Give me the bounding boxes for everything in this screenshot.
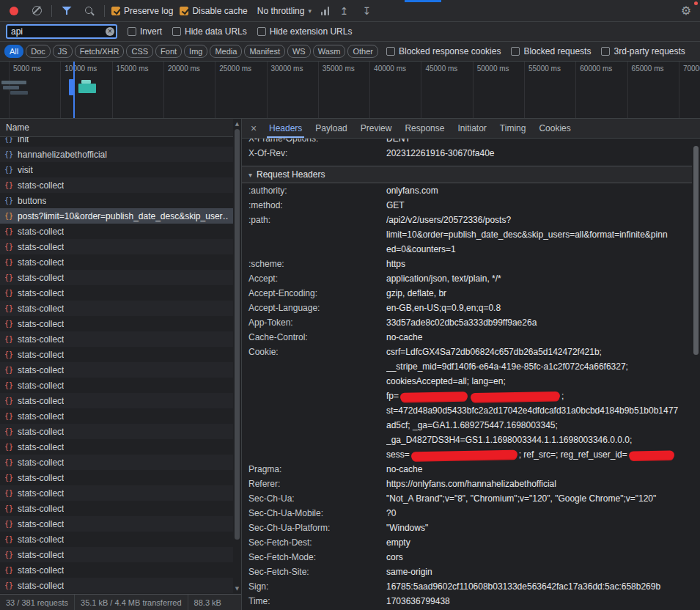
checkbox-label: Disable cache	[192, 6, 247, 16]
request-row[interactable]: {}stats-collect	[0, 547, 233, 562]
request-row[interactable]: {}buttons	[0, 193, 233, 208]
request-row[interactable]: {}hannahelizabethofficial	[0, 147, 233, 162]
script-icon: {}	[4, 258, 13, 266]
tab-cookies[interactable]: Cookies	[532, 119, 577, 138]
request-row[interactable]: {}posts?limit=10&order=publish_date_desc…	[0, 208, 233, 224]
network-conditions-button[interactable]	[321, 7, 330, 15]
request-name: stats-collect	[18, 457, 64, 468]
request-row[interactable]: {}stats-collect	[0, 501, 233, 516]
filter-button[interactable]	[59, 3, 75, 19]
details-scrollbar[interactable]	[692, 139, 700, 610]
request-row[interactable]: {}init	[0, 137, 233, 147]
request-row[interactable]: {}stats-collect	[0, 301, 233, 316]
timeline-overview[interactable]: 5000 ms10000 ms15000 ms20000 ms25000 ms3…	[0, 62, 700, 119]
filter-input[interactable]	[6, 24, 117, 39]
disable-cache-checkbox[interactable]: Disable cache	[180, 6, 247, 16]
request-row[interactable]: {}stats-collect	[0, 254, 233, 270]
timeline-tick-label: 25000 ms	[219, 65, 251, 73]
type-filter-manifest[interactable]: Manifest	[244, 45, 285, 58]
type-filter-img[interactable]: Img	[184, 45, 207, 58]
header-row: Accept:application/json, text/plain, */*	[242, 271, 692, 286]
request-row[interactable]: {}stats-collect	[0, 393, 233, 408]
request-row[interactable]: {}visit	[0, 162, 233, 177]
request-list-scrollbar[interactable]: ▲ ▼	[233, 119, 241, 594]
preserve-log-checkbox[interactable]: Preserve log	[111, 6, 173, 16]
network-filter-bar: × Invert Hide data URLs Hide extension U…	[0, 22, 700, 42]
request-row[interactable]: {}stats-collect	[0, 270, 233, 285]
type-filter-fetch-xhr[interactable]: Fetch/XHR	[75, 45, 125, 58]
request-row[interactable]: {}stats-collect	[0, 347, 233, 362]
request-row[interactable]: {}stats-collect	[0, 316, 233, 331]
request-row[interactable]: {}stats-collect	[0, 331, 233, 347]
script-icon: {}	[4, 566, 13, 574]
close-details-button[interactable]: ×	[245, 119, 262, 138]
import-har-button[interactable]: ↥	[336, 3, 352, 19]
request-row[interactable]: {}stats-collect	[0, 516, 233, 532]
checkbox-blocked-response-cookies[interactable]: Blocked response cookies	[386, 46, 501, 56]
scrollbar-thumb[interactable]	[693, 146, 699, 355]
request-row[interactable]: {}stats-collect	[0, 455, 233, 470]
type-filter-css[interactable]: CSS	[126, 45, 153, 58]
request-row[interactable]: {}stats-collect	[0, 239, 233, 254]
scrollbar-thumb[interactable]	[235, 129, 240, 540]
header-row: Referer:https://onlyfans.com/hannaheliza…	[242, 477, 692, 491]
tab-response[interactable]: Response	[398, 119, 451, 138]
type-filter-ws[interactable]: WS	[287, 45, 311, 58]
type-filter-media[interactable]: Media	[210, 45, 242, 58]
script-icon: {}	[4, 504, 13, 512]
request-row[interactable]: {}stats-collect	[0, 578, 233, 593]
clear-filter-icon[interactable]: ×	[106, 27, 114, 36]
request-row[interactable]: {}stats-collect	[0, 485, 233, 501]
timeline-tick-label: 65000 ms	[632, 65, 664, 73]
type-filter-all[interactable]: All	[4, 45, 23, 58]
request-row[interactable]: {}stats-collect	[0, 439, 233, 455]
request-name: stats-collect	[18, 257, 64, 268]
request-row[interactable]: {}stats-collect	[0, 532, 233, 547]
script-icon: {}	[4, 381, 13, 389]
checkbox-blocked-requests[interactable]: Blocked requests	[511, 46, 591, 56]
signal-icon	[324, 10, 326, 15]
type-filter-js[interactable]: JS	[53, 45, 73, 58]
tab-payload[interactable]: Payload	[309, 119, 353, 138]
request-row[interactable]: {}stats-collect	[0, 285, 233, 301]
checkbox-label: Blocked response cookies	[399, 46, 501, 56]
request-row[interactable]: {}stats-collect	[0, 362, 233, 378]
request-row[interactable]: {}stats-collect	[0, 408, 233, 424]
request-row[interactable]: {}stats-collect	[0, 424, 233, 439]
type-filter-doc[interactable]: Doc	[26, 45, 51, 58]
timeline-gridline	[679, 62, 679, 118]
tab-preview[interactable]: Preview	[354, 119, 399, 138]
type-filter-wasm[interactable]: Wasm	[313, 45, 346, 58]
throttling-dropdown[interactable]: No throttling ▾	[254, 4, 314, 18]
request-headers-section-header[interactable]: ▾ Request Headers	[242, 166, 692, 183]
name-column-header[interactable]: Name	[0, 119, 241, 137]
checkbox-3rd-party-requests[interactable]: 3rd-party requests	[601, 46, 685, 56]
header-value: /api2/v2/users/20572336/posts?limit=10&o…	[386, 213, 692, 257]
tab-initiator[interactable]: Initiator	[451, 119, 493, 138]
header-value: "Windows"	[386, 521, 692, 535]
scroll-up-icon[interactable]: ▲	[233, 121, 241, 127]
scroll-down-icon[interactable]: ▼	[233, 586, 241, 592]
header-row: Sec-Ch-Ua-Mobile:?0	[242, 506, 692, 521]
settings-button[interactable]: ⚙	[678, 3, 694, 19]
header-name: Sec-Ch-Ua:	[242, 491, 386, 506]
clear-network-log-button[interactable]	[29, 3, 45, 19]
export-har-button[interactable]: ↧	[358, 3, 375, 19]
request-row[interactable]: {}stats-collect	[0, 562, 233, 578]
request-row[interactable]: {}stats-collect	[0, 224, 233, 239]
gear-icon: ⚙	[681, 4, 691, 18]
hide-extension-urls-checkbox[interactable]: Hide extension URLs	[257, 26, 353, 37]
request-row[interactable]: {}stats-collect	[0, 177, 233, 193]
requests-count: 33 / 381 requests	[0, 595, 75, 610]
type-filter-other[interactable]: Other	[347, 45, 378, 58]
invert-checkbox[interactable]: Invert	[128, 26, 162, 37]
record-button[interactable]	[6, 3, 22, 19]
hide-data-urls-checkbox[interactable]: Hide data URLs	[172, 26, 247, 37]
tab-timing[interactable]: Timing	[493, 119, 533, 138]
search-button[interactable]	[81, 3, 97, 19]
type-filter-font[interactable]: Font	[155, 45, 182, 58]
request-row[interactable]: {}stats-collect	[0, 378, 233, 393]
header-name: Accept-Encoding:	[242, 286, 386, 301]
request-row[interactable]: {}stats-collect	[0, 470, 233, 485]
tab-headers[interactable]: Headers	[262, 119, 309, 138]
